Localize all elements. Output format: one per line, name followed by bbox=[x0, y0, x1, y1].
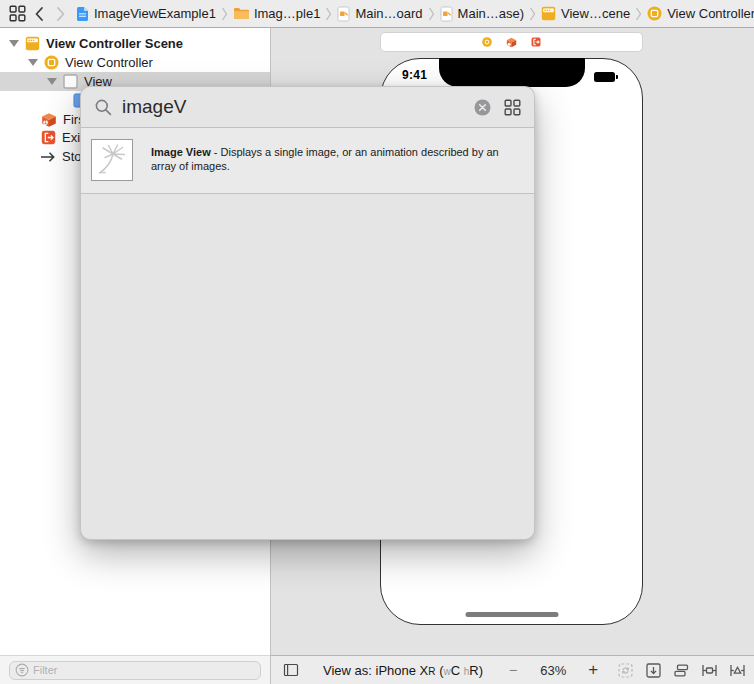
dock-view-controller-icon[interactable] bbox=[482, 37, 492, 47]
view-as-device-bar[interactable]: View as: iPhone XR (wC hR) bbox=[323, 663, 483, 678]
align-icon[interactable] bbox=[671, 660, 691, 680]
jump-bar: ImageViewExample1 Imag…ple1 Main…oard bbox=[0, 0, 754, 28]
forward-button[interactable] bbox=[50, 3, 72, 25]
outline-item-view-controller[interactable]: View Controller bbox=[0, 53, 270, 72]
disclosure-triangle[interactable] bbox=[9, 40, 19, 47]
filter-field[interactable] bbox=[9, 661, 261, 680]
dock-first-responder-icon[interactable] bbox=[506, 37, 517, 48]
first-responder-cube-icon: 1 bbox=[41, 112, 57, 128]
related-items-icon[interactable] bbox=[6, 3, 28, 25]
resolve-layout-issues-icon[interactable] bbox=[727, 660, 747, 680]
home-indicator bbox=[465, 612, 558, 617]
breadcrumb-label: Main…oard bbox=[355, 6, 422, 21]
breadcrumb-label: ImageViewExample1 bbox=[94, 6, 216, 21]
library-search-input[interactable] bbox=[122, 96, 474, 118]
trait-w-value: C bbox=[451, 663, 460, 678]
dock-exit-icon[interactable] bbox=[531, 37, 541, 47]
disclosure-triangle[interactable] bbox=[47, 78, 57, 85]
breadcrumb-separator-icon bbox=[529, 7, 536, 21]
auto-layout-toolbar bbox=[615, 660, 747, 680]
library-result-text: Image View - Displays a single image, or… bbox=[151, 139, 518, 173]
breadcrumb-item-project[interactable]: ImageViewExample1 bbox=[76, 6, 216, 22]
disclosure-triangle[interactable] bbox=[28, 59, 38, 66]
library-result-separator: - bbox=[211, 146, 221, 158]
battery-icon bbox=[594, 72, 615, 82]
outline-filter-bar bbox=[0, 655, 270, 684]
breadcrumb-item-storyboard-base[interactable]: Main…ase) bbox=[440, 6, 524, 22]
library-result-title: Image View bbox=[151, 146, 211, 158]
svg-text:1: 1 bbox=[44, 120, 47, 125]
swift-file-icon bbox=[76, 6, 89, 22]
outline-item-label: View Controller bbox=[65, 55, 153, 70]
zoom-out-button[interactable]: − bbox=[509, 662, 517, 678]
filter-icon bbox=[15, 663, 29, 677]
breadcrumb-label: Imag…ple1 bbox=[254, 6, 320, 21]
clear-search-button[interactable] bbox=[474, 99, 491, 116]
trait-h-value: R bbox=[469, 663, 478, 678]
scene-icon bbox=[25, 36, 40, 51]
breadcrumb-label: View Controller bbox=[667, 6, 754, 21]
view-controller-icon bbox=[647, 6, 662, 21]
embed-in-icon[interactable] bbox=[643, 660, 663, 680]
breadcrumb-separator-icon bbox=[221, 7, 228, 21]
outline-item-label: View Controller Scene bbox=[46, 36, 183, 51]
library-search-bar bbox=[81, 87, 534, 128]
breadcrumb-item-group[interactable]: Imag…ple1 bbox=[233, 6, 320, 21]
update-frames-icon[interactable] bbox=[615, 660, 635, 680]
entry-point-arrow-icon bbox=[40, 151, 56, 163]
breadcrumb-separator-icon bbox=[428, 7, 435, 21]
folder-icon bbox=[233, 7, 249, 20]
xcode-window: ImageViewExample1 Imag…ple1 Main…oard bbox=[0, 0, 754, 684]
device-notch bbox=[439, 58, 585, 87]
breadcrumb-item-scene[interactable]: View…cene bbox=[541, 6, 630, 21]
device-bezel-toggle-icon[interactable] bbox=[283, 662, 299, 678]
breadcrumb-item-storyboard[interactable]: Main…oard bbox=[337, 6, 422, 22]
library-result-image-view[interactable]: Image View - Displays a single image, or… bbox=[81, 128, 534, 194]
exit-icon bbox=[41, 130, 56, 145]
zoom-level[interactable]: 63% bbox=[540, 663, 566, 678]
view-icon bbox=[63, 74, 78, 89]
breadcrumb-separator-icon bbox=[325, 7, 332, 21]
library-popup: Image View - Displays a single image, or… bbox=[80, 86, 535, 540]
view-as-label: View as: iPhone X bbox=[323, 663, 428, 678]
status-bar-time: 9:41 bbox=[402, 68, 427, 82]
library-grid-view-toggle[interactable] bbox=[504, 99, 521, 116]
search-icon bbox=[94, 98, 113, 117]
trait-close: ) bbox=[479, 663, 483, 678]
storyboard-file-icon bbox=[440, 6, 453, 22]
add-constraints-pin-icon[interactable] bbox=[699, 660, 719, 680]
breadcrumb: ImageViewExample1 Imag…ple1 Main…oard bbox=[76, 6, 754, 22]
breadcrumb-item-view-controller[interactable]: View Controller bbox=[647, 6, 754, 21]
breadcrumb-separator-icon bbox=[635, 7, 642, 21]
filter-input[interactable] bbox=[33, 664, 255, 676]
view-as-r: R bbox=[428, 666, 435, 677]
breadcrumb-label: Main…ase) bbox=[458, 6, 524, 21]
trait-w-key: w bbox=[443, 666, 450, 677]
canvas-bottom-bar: View as: iPhone XR (wC hR) − 63% + bbox=[271, 655, 754, 684]
breadcrumb-label: View…cene bbox=[561, 6, 630, 21]
image-view-palm-icon bbox=[91, 139, 133, 181]
scene-dock bbox=[380, 32, 643, 52]
scene-icon bbox=[541, 6, 556, 21]
view-controller-icon bbox=[44, 55, 59, 70]
storyboard-file-icon bbox=[337, 6, 350, 22]
zoom-in-button[interactable]: + bbox=[588, 660, 598, 680]
back-button[interactable] bbox=[28, 3, 50, 25]
outline-item-scene[interactable]: View Controller Scene bbox=[0, 34, 270, 53]
